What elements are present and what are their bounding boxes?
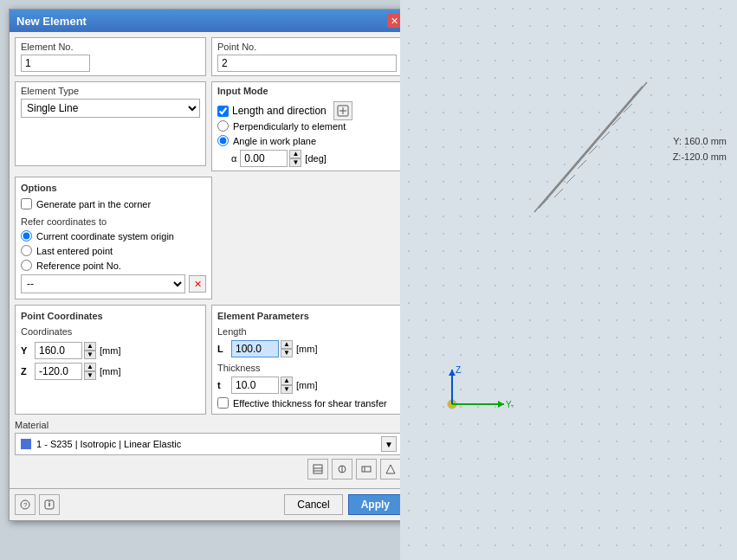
t-up-btn[interactable]: ▲ bbox=[281, 377, 293, 385]
angle-input[interactable]: 0.00 bbox=[240, 150, 288, 167]
refer-radio-origin[interactable] bbox=[21, 230, 32, 241]
point-no-group: Point No. 2 bbox=[211, 37, 403, 76]
t-input[interactable]: 10.0 bbox=[231, 377, 279, 394]
t-spinner: 10.0 ▲ ▼ bbox=[231, 377, 293, 394]
z-coord-row: Z -120.0 ▲ ▼ [mm] bbox=[21, 363, 200, 380]
angle-up-btn[interactable]: ▲ bbox=[289, 150, 301, 158]
element-no-group: Element No. 1 bbox=[15, 37, 206, 76]
svg-line-18 bbox=[534, 91, 638, 212]
toolbar-btn-3[interactable] bbox=[356, 459, 377, 480]
bottom-left-icons: ? bbox=[15, 494, 60, 515]
angle-down-btn[interactable]: ▼ bbox=[289, 158, 301, 167]
reference-dropdown[interactable]: -- bbox=[21, 274, 185, 293]
point-no-input[interactable]: 2 bbox=[217, 55, 397, 72]
refer-radio-1: Current coordinate system origin bbox=[21, 230, 206, 241]
dialog-body: Element No. 1 Point No. 2 Element Type S… bbox=[10, 32, 408, 488]
length-direction-label: Length and direction bbox=[232, 105, 326, 117]
l-row: L 100.0 ▲ ▼ [mm] bbox=[217, 340, 397, 357]
l-label: L bbox=[217, 344, 228, 354]
help-btn[interactable]: ? bbox=[15, 494, 36, 515]
length-label: Length bbox=[217, 326, 397, 337]
l-input[interactable]: 100.0 bbox=[231, 340, 279, 357]
y-label: Y bbox=[21, 345, 31, 356]
toolbar-btn-1[interactable] bbox=[307, 459, 328, 480]
material-label: Material bbox=[15, 420, 403, 430]
refer-radio-ref[interactable] bbox=[21, 260, 32, 271]
t-down-btn[interactable]: ▼ bbox=[281, 385, 293, 394]
z-down-btn[interactable]: ▼ bbox=[84, 371, 96, 380]
y-down-btn[interactable]: ▼ bbox=[84, 351, 96, 359]
perpendicularly-label: Perpendicularly to element bbox=[233, 121, 346, 132]
angle-workplane-radio[interactable] bbox=[217, 135, 229, 146]
z-unit: [mm] bbox=[100, 366, 120, 377]
axes-svg: Y- Z bbox=[435, 361, 521, 430]
refer-radio-last[interactable] bbox=[21, 245, 32, 256]
toolbar-btn-2[interactable] bbox=[332, 459, 352, 480]
l-unit: [mm] bbox=[296, 344, 317, 354]
y-unit: [mm] bbox=[100, 345, 120, 356]
generate-corner-row: Generate part in the corner bbox=[21, 198, 206, 209]
input-mode-icon-btn[interactable] bbox=[333, 101, 352, 120]
element-no-input[interactable]: 1 bbox=[21, 55, 90, 72]
top-row: Element No. 1 Point No. 2 bbox=[15, 37, 403, 76]
t-label: t bbox=[217, 380, 228, 390]
effective-thickness-checkbox[interactable] bbox=[217, 397, 229, 409]
material-section: Material 1 - S235 | Isotropic | Linear E… bbox=[15, 420, 403, 455]
angle-spinner-group: 0.00 ▲ ▼ bbox=[240, 150, 301, 167]
refer-origin-label: Current coordinate system origin bbox=[36, 231, 174, 241]
material-color-icon bbox=[21, 439, 31, 449]
element-type-group: Element Type Single Line Curved Line Pla… bbox=[15, 81, 206, 166]
y-coord-row: Y 160.0 ▲ ▼ [mm] bbox=[21, 342, 200, 359]
svg-line-19 bbox=[632, 88, 641, 97]
thickness-label: Thickness bbox=[217, 363, 397, 373]
dialog-title: New Element bbox=[16, 15, 87, 28]
dialog-titlebar: New Element ✕ bbox=[10, 10, 408, 32]
effective-row: Effective thickness for shear transfer bbox=[217, 397, 397, 409]
l-down-btn[interactable]: ▼ bbox=[281, 349, 293, 357]
angle-spinners: ▲ ▼ bbox=[289, 150, 301, 167]
cancel-button[interactable]: Cancel bbox=[284, 494, 342, 515]
coordinates-label: Coordinates bbox=[21, 326, 200, 337]
perpendicularly-radio[interactable] bbox=[217, 120, 229, 132]
angle-unit: [deg] bbox=[305, 153, 326, 164]
angle-workplane-row: Angle in work plane bbox=[217, 135, 397, 146]
l-spinner: 100.0 ▲ ▼ bbox=[231, 340, 293, 357]
refer-ref-label: Reference point No. bbox=[36, 261, 121, 271]
element-type-select[interactable]: Single Line Curved Line Plane bbox=[21, 99, 200, 118]
y-spinner: 160.0 ▲ ▼ bbox=[35, 342, 96, 359]
refer-section: Refer coordinates to Current coordinate … bbox=[21, 216, 206, 293]
elem-params-label: Element Parameters bbox=[217, 311, 397, 321]
toolbar-btn-4[interactable] bbox=[380, 459, 401, 480]
apply-button[interactable]: Apply bbox=[348, 494, 403, 515]
l-up-btn[interactable]: ▲ bbox=[281, 340, 293, 349]
y-input[interactable]: 160.0 bbox=[35, 342, 82, 359]
point-no-label: Point No. bbox=[217, 42, 397, 52]
point-coords-label: Point Coordinates bbox=[21, 311, 200, 321]
generate-corner-checkbox[interactable] bbox=[21, 198, 32, 209]
svg-marker-10 bbox=[386, 465, 395, 473]
coord-panel: Point Coordinates Coordinates Y 160.0 ▲ … bbox=[15, 305, 206, 415]
alpha-label: α bbox=[231, 153, 236, 164]
material-value: 1 - S235 | Isotropic | Linear Elastic bbox=[36, 439, 381, 449]
length-direction-checkbox[interactable] bbox=[217, 106, 229, 117]
new-element-dialog: New Element ✕ Element No. 1 Point No. 2 … bbox=[9, 9, 409, 521]
z-spinner: -120.0 ▲ ▼ bbox=[35, 363, 96, 380]
svg-text:?: ? bbox=[23, 501, 28, 509]
info-btn[interactable] bbox=[39, 494, 60, 515]
z-input[interactable]: -120.0 bbox=[35, 363, 82, 380]
refer-label: Refer coordinates to bbox=[21, 216, 206, 227]
y-up-btn[interactable]: ▲ bbox=[84, 342, 96, 351]
refer-last-label: Last entered point bbox=[36, 246, 113, 256]
svg-marker-29 bbox=[498, 401, 504, 408]
element-type-label: Element Type bbox=[21, 86, 200, 96]
delete-ref-btn[interactable]: ✕ bbox=[189, 275, 206, 293]
canvas-area: Y: 160.0 mm Z:-120.0 mm Y- Z bbox=[400, 0, 737, 560]
svg-marker-32 bbox=[449, 370, 456, 376]
close-button[interactable]: ✕ bbox=[387, 14, 401, 28]
input-mode-header: Input Mode bbox=[217, 86, 397, 101]
effective-thickness-label: Effective thickness for shear transfer bbox=[233, 398, 387, 409]
refer-radio-2: Last entered point bbox=[21, 245, 206, 256]
refer-radio-3: Reference point No. bbox=[21, 260, 206, 271]
z-up-btn[interactable]: ▲ bbox=[84, 363, 96, 371]
material-dropdown-btn[interactable]: ▼ bbox=[381, 436, 397, 452]
